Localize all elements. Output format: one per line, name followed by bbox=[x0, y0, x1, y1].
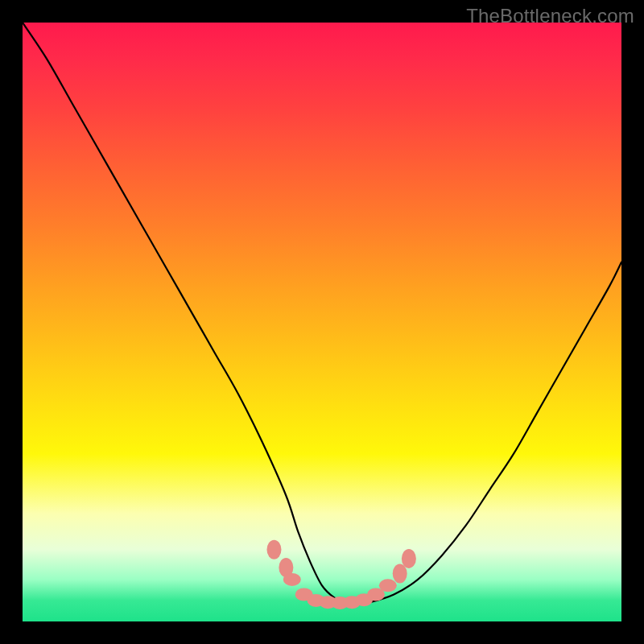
chart-frame: TheBottleneck.com bbox=[0, 0, 644, 644]
perf-marker bbox=[283, 573, 301, 586]
perf-marker bbox=[266, 540, 281, 559]
plot-area bbox=[23, 23, 621, 621]
curve-layer bbox=[23, 23, 621, 604]
chart-svg bbox=[23, 23, 621, 621]
marker-layer bbox=[266, 540, 415, 609]
perf-marker bbox=[379, 579, 397, 592]
perf-marker bbox=[402, 549, 416, 568]
bottleneck-curve bbox=[23, 23, 621, 604]
perf-marker bbox=[393, 564, 407, 583]
